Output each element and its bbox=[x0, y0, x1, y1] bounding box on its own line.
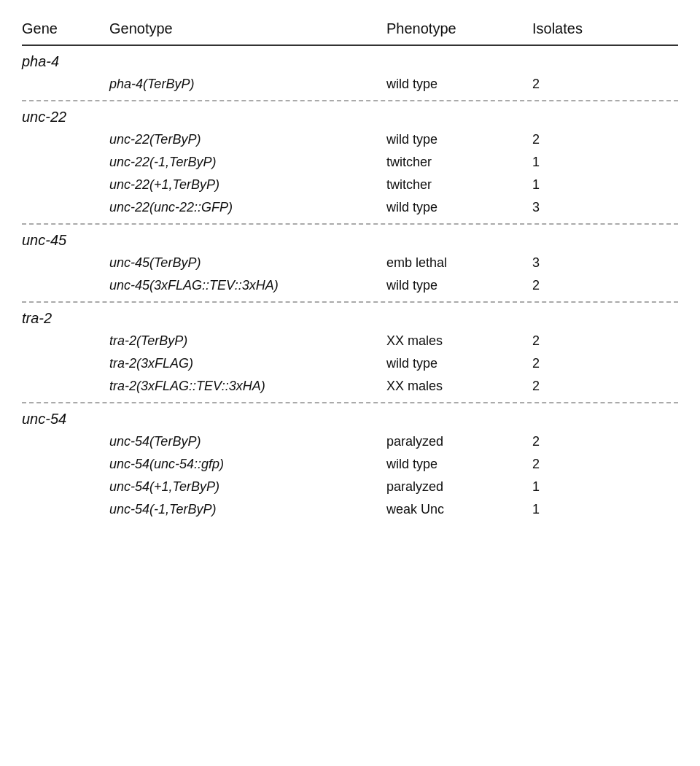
gene-row-tra-2: tra-2 bbox=[22, 303, 678, 330]
table-row: unc-22(-1,TerByP)twitcher1 bbox=[22, 151, 678, 174]
phenotype-cell: wild type bbox=[386, 278, 532, 293]
isolates-cell: 3 bbox=[532, 200, 605, 215]
genotype-cell: unc-45(3xFLAG::TEV::3xHA) bbox=[109, 278, 386, 293]
isolates-cell: 1 bbox=[532, 479, 605, 495]
phenotype-cell: twitcher bbox=[386, 177, 532, 193]
phenotype-cell: XX males bbox=[386, 379, 532, 394]
genotype-cell: unc-22(unc-22::GFP) bbox=[109, 200, 386, 215]
genotype-cell: unc-22(TerByP) bbox=[109, 132, 386, 147]
isolates-cell: 2 bbox=[532, 132, 605, 147]
gene-section-unc-54: unc-54unc-54(TerByP)paralyzed2unc-54(unc… bbox=[22, 403, 678, 525]
table-row: unc-22(TerByP)wild type2 bbox=[22, 128, 678, 151]
genotype-cell: unc-22(+1,TerByP) bbox=[109, 177, 386, 193]
gene-row-unc-22: unc-22 bbox=[22, 101, 678, 128]
gene-name-pha-4: pha-4 bbox=[22, 53, 109, 70]
table-row: unc-54(-1,TerByP)weak Unc1 bbox=[22, 498, 678, 521]
genotype-cell: unc-54(unc-54::gfp) bbox=[109, 457, 386, 472]
table-row: tra-2(TerByP)XX males2 bbox=[22, 330, 678, 352]
isolates-cell: 2 bbox=[532, 278, 605, 293]
genotype-cell: unc-54(+1,TerByP) bbox=[109, 479, 386, 495]
gene-section-unc-45: unc-45unc-45(TerByP)emb lethal3unc-45(3x… bbox=[22, 225, 678, 303]
phenotype-cell: wild type bbox=[386, 457, 532, 472]
table-row: unc-45(3xFLAG::TEV::3xHA)wild type2 bbox=[22, 274, 678, 297]
isolates-cell: 2 bbox=[532, 333, 605, 349]
table-row: tra-2(3xFLAG::TEV::3xHA)XX males2 bbox=[22, 375, 678, 398]
table-row: unc-22(+1,TerByP)twitcher1 bbox=[22, 174, 678, 196]
gene-section-tra-2: tra-2tra-2(TerByP)XX males2tra-2(3xFLAG)… bbox=[22, 303, 678, 403]
gene-row-unc-54: unc-54 bbox=[22, 403, 678, 430]
genotype-cell: pha-4(TerByP) bbox=[109, 77, 386, 92]
table-row: unc-54(unc-54::gfp)wild type2 bbox=[22, 453, 678, 476]
phenotype-cell: paralyzed bbox=[386, 479, 532, 495]
header-gene: Gene bbox=[22, 20, 109, 37]
phenotype-cell: emb lethal bbox=[386, 255, 532, 271]
gene-name-unc-45: unc-45 bbox=[22, 232, 109, 249]
isolates-cell: 2 bbox=[532, 457, 605, 472]
isolates-cell: 1 bbox=[532, 155, 605, 170]
gene-name-unc-22: unc-22 bbox=[22, 109, 109, 125]
phenotype-cell: wild type bbox=[386, 77, 532, 92]
table-row: unc-54(TerByP)paralyzed2 bbox=[22, 430, 678, 453]
table-row: unc-22(unc-22::GFP)wild type3 bbox=[22, 196, 678, 219]
phenotype-cell: weak Unc bbox=[386, 502, 532, 517]
phenotype-cell: wild type bbox=[386, 200, 532, 215]
table-header: Gene Genotype Phenotype Isolates bbox=[22, 15, 678, 46]
phenotype-cell: twitcher bbox=[386, 155, 532, 170]
sections-container: pha-4pha-4(TerByP)wild type2unc-22unc-22… bbox=[22, 46, 678, 525]
genotype-cell: unc-54(-1,TerByP) bbox=[109, 502, 386, 517]
phenotype-cell: wild type bbox=[386, 132, 532, 147]
gene-name-unc-54: unc-54 bbox=[22, 411, 109, 428]
genotype-cell: unc-22(-1,TerByP) bbox=[109, 155, 386, 170]
genotype-cell: tra-2(3xFLAG::TEV::3xHA) bbox=[109, 379, 386, 394]
header-isolates: Isolates bbox=[532, 20, 605, 37]
gene-name-tra-2: tra-2 bbox=[22, 310, 109, 327]
isolates-cell: 2 bbox=[532, 434, 605, 449]
genotype-cell: tra-2(3xFLAG) bbox=[109, 356, 386, 371]
isolates-cell: 3 bbox=[532, 255, 605, 271]
gene-row-unc-45: unc-45 bbox=[22, 225, 678, 252]
gene-section-unc-22: unc-22unc-22(TerByP)wild type2unc-22(-1,… bbox=[22, 101, 678, 225]
genotype-cell: unc-45(TerByP) bbox=[109, 255, 386, 271]
gene-section-pha-4: pha-4pha-4(TerByP)wild type2 bbox=[22, 46, 678, 101]
table-row: tra-2(3xFLAG)wild type2 bbox=[22, 352, 678, 375]
isolates-cell: 1 bbox=[532, 177, 605, 193]
table-row: unc-45(TerByP)emb lethal3 bbox=[22, 252, 678, 274]
header-phenotype: Phenotype bbox=[386, 20, 532, 37]
isolates-cell: 2 bbox=[532, 356, 605, 371]
isolates-cell: 1 bbox=[532, 502, 605, 517]
isolates-cell: 2 bbox=[532, 77, 605, 92]
phenotype-cell: wild type bbox=[386, 356, 532, 371]
table-row: unc-54(+1,TerByP)paralyzed1 bbox=[22, 476, 678, 498]
table-row: pha-4(TerByP)wild type2 bbox=[22, 73, 678, 96]
genotype-cell: tra-2(TerByP) bbox=[109, 333, 386, 349]
isolates-cell: 2 bbox=[532, 379, 605, 394]
phenotype-cell: paralyzed bbox=[386, 434, 532, 449]
gene-row-pha-4: pha-4 bbox=[22, 46, 678, 73]
phenotype-cell: XX males bbox=[386, 333, 532, 349]
header-genotype: Genotype bbox=[109, 20, 386, 37]
genotype-cell: unc-54(TerByP) bbox=[109, 434, 386, 449]
data-table: Gene Genotype Phenotype Isolates pha-4ph… bbox=[22, 15, 678, 525]
